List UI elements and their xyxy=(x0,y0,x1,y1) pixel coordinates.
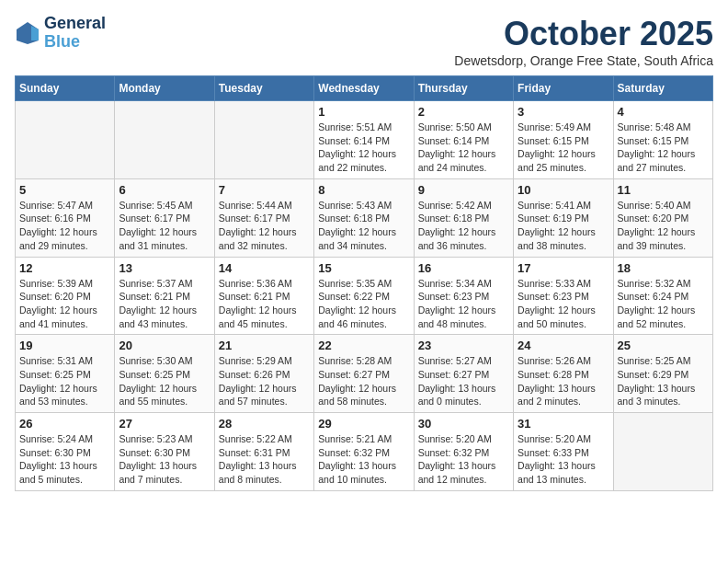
calendar-cell: 12Sunrise: 5:39 AM Sunset: 6:20 PM Dayli… xyxy=(16,257,115,335)
calendar-day-header: Thursday xyxy=(414,76,513,101)
day-info: Sunrise: 5:27 AM Sunset: 6:27 PM Dayligh… xyxy=(418,354,509,408)
day-info: Sunrise: 5:40 AM Sunset: 6:20 PM Dayligh… xyxy=(618,199,709,253)
calendar-cell: 26Sunrise: 5:24 AM Sunset: 6:30 PM Dayli… xyxy=(16,413,115,491)
day-number: 13 xyxy=(119,261,210,275)
calendar-cell: 24Sunrise: 5:26 AM Sunset: 6:28 PM Dayli… xyxy=(514,335,613,413)
logo-text: General Blue xyxy=(44,15,106,52)
day-number: 5 xyxy=(19,183,110,197)
calendar-cell: 18Sunrise: 5:32 AM Sunset: 6:24 PM Dayli… xyxy=(613,257,712,335)
day-number: 28 xyxy=(219,417,310,431)
day-number: 14 xyxy=(219,261,310,275)
calendar-cell: 6Sunrise: 5:45 AM Sunset: 6:17 PM Daylig… xyxy=(115,178,214,257)
day-number: 3 xyxy=(518,105,609,119)
day-info: Sunrise: 5:51 AM Sunset: 6:14 PM Dayligh… xyxy=(318,121,409,175)
day-number: 2 xyxy=(418,105,509,119)
calendar-week-row: 19Sunrise: 5:31 AM Sunset: 6:25 PM Dayli… xyxy=(16,335,713,413)
calendar-cell: 4Sunrise: 5:48 AM Sunset: 6:15 PM Daylig… xyxy=(613,101,712,179)
day-number: 18 xyxy=(618,261,709,275)
day-info: Sunrise: 5:21 AM Sunset: 6:32 PM Dayligh… xyxy=(318,432,409,487)
day-info: Sunrise: 5:48 AM Sunset: 6:15 PM Dayligh… xyxy=(618,121,709,175)
calendar-cell: 1Sunrise: 5:51 AM Sunset: 6:14 PM Daylig… xyxy=(314,101,414,179)
logo: General Blue xyxy=(15,15,106,52)
day-info: Sunrise: 5:25 AM Sunset: 6:29 PM Dayligh… xyxy=(618,354,709,408)
calendar-cell xyxy=(16,101,115,179)
calendar-cell: 15Sunrise: 5:35 AM Sunset: 6:22 PM Dayli… xyxy=(314,257,414,335)
calendar-cell: 3Sunrise: 5:49 AM Sunset: 6:15 PM Daylig… xyxy=(514,101,613,179)
day-number: 29 xyxy=(318,417,409,431)
calendar-day-header: Tuesday xyxy=(214,76,313,101)
day-number: 31 xyxy=(518,417,609,431)
day-number: 19 xyxy=(19,339,110,352)
calendar-cell xyxy=(214,101,313,179)
day-info: Sunrise: 5:28 AM Sunset: 6:27 PM Dayligh… xyxy=(318,354,409,408)
day-info: Sunrise: 5:30 AM Sunset: 6:25 PM Dayligh… xyxy=(119,354,210,408)
day-info: Sunrise: 5:41 AM Sunset: 6:19 PM Dayligh… xyxy=(518,199,609,253)
day-number: 23 xyxy=(418,339,509,352)
calendar-week-row: 1Sunrise: 5:51 AM Sunset: 6:14 PM Daylig… xyxy=(16,101,713,179)
calendar-week-row: 26Sunrise: 5:24 AM Sunset: 6:30 PM Dayli… xyxy=(16,413,713,491)
day-number: 10 xyxy=(518,183,609,197)
calendar-cell: 11Sunrise: 5:40 AM Sunset: 6:20 PM Dayli… xyxy=(613,178,712,257)
day-number: 15 xyxy=(318,261,409,275)
calendar-cell xyxy=(115,101,214,179)
calendar-cell: 19Sunrise: 5:31 AM Sunset: 6:25 PM Dayli… xyxy=(16,335,115,413)
calendar-cell xyxy=(613,413,712,491)
day-number: 17 xyxy=(518,261,609,275)
calendar-cell: 25Sunrise: 5:25 AM Sunset: 6:29 PM Dayli… xyxy=(613,335,712,413)
calendar-cell: 14Sunrise: 5:36 AM Sunset: 6:21 PM Dayli… xyxy=(214,257,313,335)
calendar-cell: 2Sunrise: 5:50 AM Sunset: 6:14 PM Daylig… xyxy=(414,101,513,179)
day-info: Sunrise: 5:22 AM Sunset: 6:31 PM Dayligh… xyxy=(219,432,310,487)
day-number: 25 xyxy=(618,339,709,352)
day-info: Sunrise: 5:43 AM Sunset: 6:18 PM Dayligh… xyxy=(318,199,409,253)
day-number: 24 xyxy=(518,339,609,352)
calendar-cell: 23Sunrise: 5:27 AM Sunset: 6:27 PM Dayli… xyxy=(414,335,513,413)
day-number: 8 xyxy=(318,183,409,197)
calendar-week-row: 12Sunrise: 5:39 AM Sunset: 6:20 PM Dayli… xyxy=(16,257,713,335)
calendar-cell: 10Sunrise: 5:41 AM Sunset: 6:19 PM Dayli… xyxy=(514,178,613,257)
calendar-cell: 22Sunrise: 5:28 AM Sunset: 6:27 PM Dayli… xyxy=(314,335,414,413)
calendar-cell: 8Sunrise: 5:43 AM Sunset: 6:18 PM Daylig… xyxy=(314,178,414,257)
day-number: 30 xyxy=(418,417,509,431)
day-info: Sunrise: 5:33 AM Sunset: 6:23 PM Dayligh… xyxy=(518,277,609,331)
location-subtitle: Dewetsdorp, Orange Free State, South Afr… xyxy=(454,53,713,68)
day-number: 7 xyxy=(219,183,310,197)
day-info: Sunrise: 5:23 AM Sunset: 6:30 PM Dayligh… xyxy=(119,432,210,487)
day-info: Sunrise: 5:29 AM Sunset: 6:26 PM Dayligh… xyxy=(219,354,310,408)
day-number: 1 xyxy=(318,105,409,119)
logo-icon xyxy=(15,20,40,46)
day-number: 4 xyxy=(618,105,709,119)
day-info: Sunrise: 5:49 AM Sunset: 6:15 PM Dayligh… xyxy=(518,121,609,175)
day-info: Sunrise: 5:35 AM Sunset: 6:22 PM Dayligh… xyxy=(318,277,409,331)
calendar-cell: 27Sunrise: 5:23 AM Sunset: 6:30 PM Dayli… xyxy=(115,413,214,491)
calendar-header-row: SundayMondayTuesdayWednesdayThursdayFrid… xyxy=(16,76,713,101)
day-number: 20 xyxy=(119,339,210,352)
calendar-cell: 13Sunrise: 5:37 AM Sunset: 6:21 PM Dayli… xyxy=(115,257,214,335)
day-number: 16 xyxy=(418,261,509,275)
day-info: Sunrise: 5:32 AM Sunset: 6:24 PM Dayligh… xyxy=(618,277,709,331)
day-info: Sunrise: 5:20 AM Sunset: 6:33 PM Dayligh… xyxy=(518,432,609,487)
day-info: Sunrise: 5:34 AM Sunset: 6:23 PM Dayligh… xyxy=(418,277,509,331)
day-number: 21 xyxy=(219,339,310,352)
calendar-day-header: Wednesday xyxy=(314,76,414,101)
day-info: Sunrise: 5:31 AM Sunset: 6:25 PM Dayligh… xyxy=(19,354,110,408)
calendar-day-header: Saturday xyxy=(613,76,712,101)
day-info: Sunrise: 5:44 AM Sunset: 6:17 PM Dayligh… xyxy=(219,199,310,253)
day-number: 26 xyxy=(19,417,110,431)
title-block: October 2025 Dewetsdorp, Orange Free Sta… xyxy=(454,15,713,68)
calendar-cell: 30Sunrise: 5:20 AM Sunset: 6:32 PM Dayli… xyxy=(414,413,513,491)
day-info: Sunrise: 5:26 AM Sunset: 6:28 PM Dayligh… xyxy=(518,354,609,408)
calendar-cell: 20Sunrise: 5:30 AM Sunset: 6:25 PM Dayli… xyxy=(115,335,214,413)
day-info: Sunrise: 5:20 AM Sunset: 6:32 PM Dayligh… xyxy=(418,432,509,487)
day-number: 22 xyxy=(318,339,409,352)
day-info: Sunrise: 5:45 AM Sunset: 6:17 PM Dayligh… xyxy=(119,199,210,253)
calendar-cell: 29Sunrise: 5:21 AM Sunset: 6:32 PM Dayli… xyxy=(314,413,414,491)
calendar-cell: 28Sunrise: 5:22 AM Sunset: 6:31 PM Dayli… xyxy=(214,413,313,491)
calendar-table: SundayMondayTuesdayWednesdayThursdayFrid… xyxy=(15,75,713,491)
day-number: 11 xyxy=(618,183,709,197)
calendar-cell: 7Sunrise: 5:44 AM Sunset: 6:17 PM Daylig… xyxy=(214,178,313,257)
month-title: October 2025 xyxy=(454,15,713,53)
day-info: Sunrise: 5:37 AM Sunset: 6:21 PM Dayligh… xyxy=(119,277,210,331)
calendar-cell: 31Sunrise: 5:20 AM Sunset: 6:33 PM Dayli… xyxy=(514,413,613,491)
svg-marker-1 xyxy=(31,26,39,40)
calendar-day-header: Monday xyxy=(115,76,214,101)
